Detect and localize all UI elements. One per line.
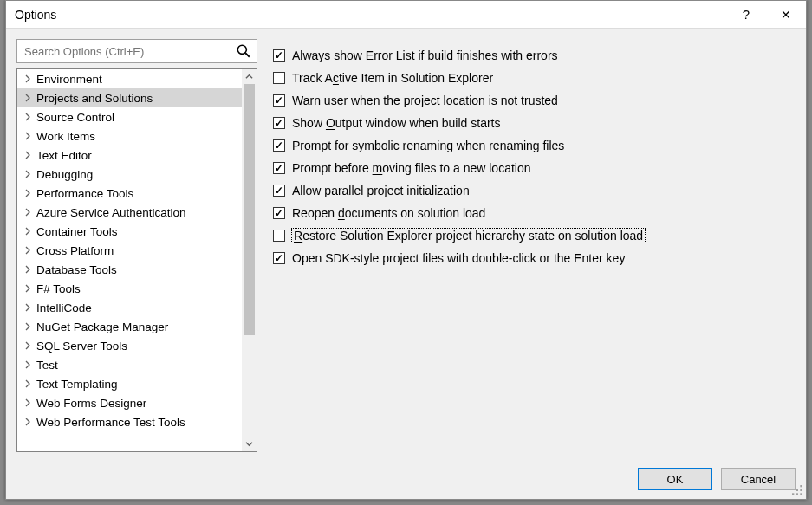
- close-icon: ✕: [781, 8, 791, 22]
- checkbox-label[interactable]: Track Active Item in Solution Explorer: [292, 71, 493, 85]
- tree-item-label: IntelliCode: [36, 301, 92, 314]
- tree-item[interactable]: Work Items: [17, 126, 242, 146]
- expander-icon[interactable]: [23, 245, 33, 256]
- tree-item[interactable]: Performance Tools: [17, 184, 242, 203]
- tree-item[interactable]: Test: [17, 355, 242, 374]
- checkbox-label[interactable]: Show Output window when build starts: [292, 116, 500, 130]
- checkbox[interactable]: [273, 72, 285, 84]
- cancel-button[interactable]: Cancel: [721, 468, 796, 490]
- svg-rect-3: [796, 489, 798, 491]
- tree-item[interactable]: Text Templating: [17, 374, 242, 393]
- expander-icon[interactable]: [23, 359, 33, 370]
- checkbox-row: Track Active Item in Solution Explorer: [273, 67, 796, 89]
- svg-rect-4: [800, 489, 802, 491]
- svg-rect-6: [796, 493, 798, 495]
- checkbox-label[interactable]: Warn user when the project location is n…: [292, 94, 558, 107]
- tree-item[interactable]: Web Performance Test Tools: [17, 412, 242, 431]
- tree-item-label: Projects and Solutions: [36, 92, 153, 105]
- dialog-body: EnvironmentProjects and SolutionsSource …: [6, 29, 806, 499]
- search-icon[interactable]: [236, 43, 251, 59]
- checkbox[interactable]: [273, 185, 285, 197]
- tree-item[interactable]: Cross Platform: [17, 241, 242, 260]
- tree-item-label: Work Items: [36, 130, 95, 143]
- tree-item-label: Cross Platform: [36, 244, 114, 257]
- tree-item[interactable]: Web Forms Designer: [17, 393, 242, 412]
- search-input[interactable]: [17, 40, 257, 62]
- tree-item[interactable]: Container Tools: [17, 222, 242, 241]
- tree-item[interactable]: Database Tools: [17, 260, 242, 279]
- search-wrap: [16, 39, 257, 63]
- checkbox-label[interactable]: Allow parallel project initialization: [292, 184, 470, 197]
- checkbox-row: Prompt for symbolic renaming when renami…: [273, 134, 796, 157]
- expander-icon[interactable]: [23, 226, 33, 236]
- svg-rect-7: [800, 493, 802, 495]
- tree-item[interactable]: Environment: [17, 69, 242, 88]
- tree-item-label: Web Performance Test Tools: [36, 416, 185, 429]
- expander-icon[interactable]: [23, 340, 33, 351]
- checkbox-label[interactable]: Open SDK-style project files with double…: [292, 251, 625, 265]
- tree-item-label: F# Tools: [36, 282, 81, 295]
- tree-item-label: Container Tools: [36, 225, 118, 238]
- checkbox-row: Warn user when the project location is n…: [273, 89, 796, 112]
- checkbox[interactable]: [273, 207, 285, 219]
- tree-item[interactable]: NuGet Package Manager: [17, 317, 242, 336]
- expander-icon[interactable]: [23, 379, 33, 389]
- tree-item-label: Text Templating: [36, 378, 118, 391]
- tree-item[interactable]: Text Editor: [17, 146, 242, 165]
- tree-item[interactable]: SQL Server Tools: [17, 336, 242, 355]
- checkbox-row: Show Output window when build starts: [273, 112, 796, 134]
- tree-item[interactable]: Debugging: [17, 165, 242, 184]
- expander-icon[interactable]: [23, 188, 33, 198]
- tree-item-label: Database Tools: [36, 263, 117, 276]
- ok-button[interactable]: OK: [638, 468, 712, 490]
- tree-item-label: Test: [36, 359, 58, 372]
- scroll-down-button[interactable]: [242, 437, 257, 451]
- expander-icon[interactable]: [23, 169, 33, 179]
- tree-item-label: Performance Tools: [36, 187, 133, 200]
- expander-icon[interactable]: [23, 398, 33, 408]
- tree-item-label: NuGet Package Manager: [36, 320, 168, 333]
- tree-item[interactable]: IntelliCode: [17, 298, 242, 317]
- scroll-up-button[interactable]: [242, 69, 257, 84]
- expander-icon[interactable]: [23, 207, 33, 217]
- expander-icon[interactable]: [23, 74, 33, 84]
- svg-point-0: [237, 45, 246, 54]
- checkbox[interactable]: [273, 252, 285, 264]
- expander-icon[interactable]: [23, 112, 33, 122]
- checkbox-label[interactable]: Prompt before moving files to a new loca…: [292, 161, 531, 175]
- tree-scrollbar[interactable]: [242, 69, 257, 451]
- tree-item[interactable]: Projects and Solutions: [17, 88, 242, 107]
- help-button[interactable]: ?: [726, 1, 766, 29]
- checkbox-label[interactable]: Always show Error List if build finishes…: [292, 49, 558, 62]
- checkbox[interactable]: [273, 117, 285, 129]
- tree-item-label: Debugging: [36, 168, 93, 181]
- expander-icon[interactable]: [23, 150, 33, 160]
- expander-icon[interactable]: [23, 264, 33, 275]
- tree-item-label: Environment: [36, 73, 102, 86]
- settings-panel: Always show Error List if build finishes…: [273, 39, 796, 452]
- checkbox[interactable]: [273, 94, 285, 107]
- checkbox-label[interactable]: Reopen documents on solution load: [292, 206, 485, 220]
- scroll-thumb[interactable]: [244, 84, 255, 335]
- checkbox[interactable]: [273, 139, 285, 152]
- checkbox-row: Reopen documents on solution load: [273, 202, 796, 224]
- expander-icon[interactable]: [23, 283, 33, 294]
- resize-grip-icon[interactable]: [792, 485, 804, 497]
- tree-item[interactable]: Source Control: [17, 107, 242, 126]
- checkbox[interactable]: [273, 49, 285, 62]
- tree-item-label: Source Control: [36, 111, 114, 124]
- checkbox-row: Allow parallel project initialization: [273, 179, 796, 202]
- checkbox-row: Prompt before moving files to a new loca…: [273, 157, 796, 179]
- checkbox[interactable]: [273, 162, 285, 174]
- checkbox[interactable]: [273, 230, 285, 242]
- tree-item[interactable]: F# Tools: [17, 279, 242, 298]
- expander-icon[interactable]: [23, 302, 33, 313]
- checkbox-label[interactable]: Prompt for symbolic renaming when renami…: [292, 139, 564, 152]
- tree-item[interactable]: Azure Service Authentication: [17, 203, 242, 222]
- expander-icon[interactable]: [23, 417, 33, 427]
- expander-icon[interactable]: [23, 131, 33, 141]
- checkbox-label[interactable]: Restore Solution Explorer project hierar…: [292, 229, 645, 243]
- expander-icon[interactable]: [23, 93, 33, 103]
- expander-icon[interactable]: [23, 321, 33, 332]
- close-button[interactable]: ✕: [766, 1, 806, 29]
